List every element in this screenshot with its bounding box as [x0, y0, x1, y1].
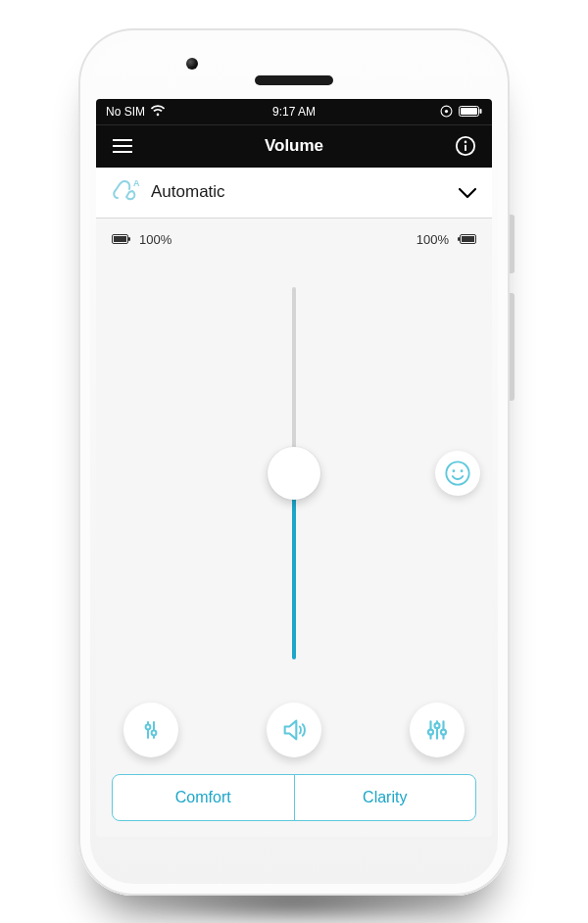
side-button-top [510, 215, 514, 273]
volume-slider-thumb[interactable] [268, 447, 320, 500]
comfort-label: Comfort [175, 789, 231, 806]
svg-point-19 [152, 730, 157, 735]
side-button-bottom [510, 293, 514, 401]
equalizer-button[interactable] [410, 703, 465, 757]
carrier-text: No SIM [106, 105, 145, 119]
svg-rect-3 [461, 108, 477, 115]
svg-rect-13 [462, 236, 474, 242]
balance-sliders-icon [139, 718, 163, 742]
battery-icon-right [457, 232, 476, 247]
battery-icon-left [112, 232, 131, 247]
hamburger-icon [113, 139, 132, 153]
svg-point-20 [428, 729, 433, 734]
phone-frame: No SIM 9:17 AM Volume [78, 28, 510, 896]
clarity-segment[interactable]: Clarity [294, 775, 476, 820]
earpiece-speaker [255, 75, 333, 85]
status-bar: No SIM 9:17 AM [96, 99, 492, 124]
app-screen: No SIM 9:17 AM Volume [96, 99, 492, 837]
svg-rect-7 [465, 145, 466, 151]
wifi-icon [151, 106, 165, 117]
svg-point-16 [453, 469, 456, 472]
speaker-icon [280, 716, 308, 744]
page-title: Volume [265, 136, 323, 156]
hearing-aid-icon: A [112, 178, 141, 206]
svg-point-17 [461, 469, 464, 472]
program-selector[interactable]: A Automatic [96, 168, 492, 219]
volume-slider[interactable] [292, 287, 296, 659]
svg-point-22 [441, 729, 446, 734]
svg-point-18 [146, 724, 151, 729]
clarity-label: Clarity [363, 789, 407, 806]
right-battery-pct: 100% [416, 232, 449, 247]
comfort-segment[interactable]: Comfort [113, 775, 294, 820]
device-battery-row: 100% 100% [96, 219, 492, 262]
svg-rect-11 [128, 237, 130, 241]
clock-text: 9:17 AM [272, 105, 316, 119]
front-camera [186, 58, 198, 70]
svg-rect-14 [458, 237, 460, 241]
status-settings-icon [440, 105, 453, 118]
info-button[interactable] [453, 133, 478, 159]
left-battery-pct: 100% [139, 232, 172, 247]
svg-point-1 [445, 110, 448, 113]
svg-rect-4 [480, 109, 482, 114]
balance-button[interactable] [123, 703, 178, 757]
control-row [96, 686, 492, 774]
chevron-down-icon [459, 181, 476, 204]
svg-text:A: A [133, 178, 140, 188]
smile-icon [444, 460, 471, 487]
left-device-battery: 100% [112, 232, 172, 247]
svg-point-15 [446, 462, 468, 484]
status-battery-icon [459, 106, 482, 117]
volume-slider-area [96, 262, 492, 686]
comfort-clarity-segmented: Comfort Clarity [112, 774, 476, 821]
mute-button[interactable] [267, 703, 321, 757]
equalizer-icon [424, 717, 450, 743]
program-label: Automatic [151, 182, 225, 202]
menu-button[interactable] [110, 133, 135, 159]
svg-point-6 [465, 141, 467, 144]
info-icon [455, 135, 476, 157]
nav-bar: Volume [96, 124, 492, 168]
svg-rect-10 [114, 236, 126, 242]
feedback-smile-button[interactable] [435, 451, 480, 496]
right-device-battery: 100% [416, 232, 476, 247]
svg-point-21 [435, 723, 440, 728]
